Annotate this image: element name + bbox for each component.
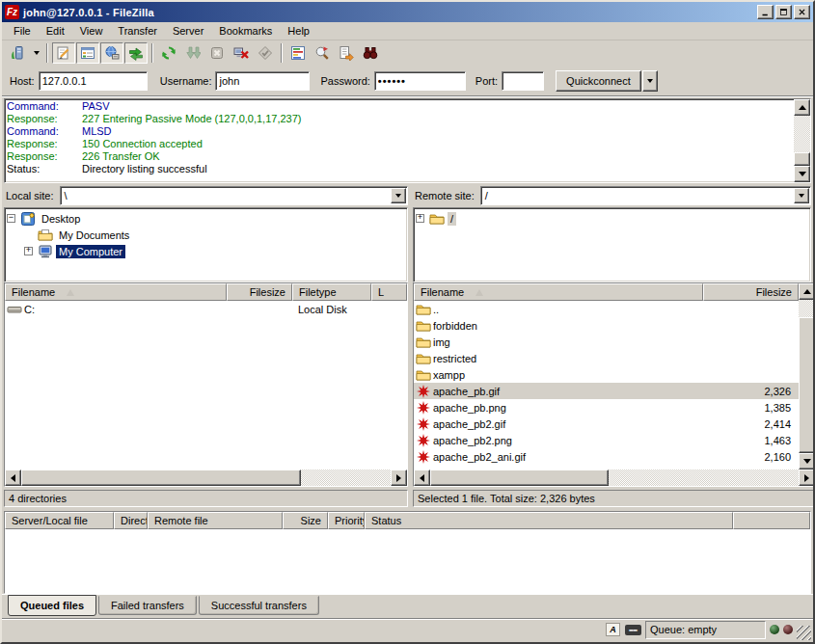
column-header-size[interactable]: Size — [283, 512, 328, 529]
close-button[interactable] — [794, 5, 810, 19]
toggle-transfer-queue-button[interactable] — [124, 42, 148, 64]
cancel-operation-button[interactable] — [205, 42, 229, 64]
host-input[interactable] — [39, 71, 148, 91]
maximize-button[interactable] — [775, 5, 792, 19]
folder-icon — [416, 335, 431, 350]
remote-file-row[interactable]: apache_pb2_ani.gif 2,160 — [414, 448, 799, 465]
file-search-button[interactable] — [359, 42, 382, 64]
remote-file-row[interactable]: forbidden — [414, 317, 799, 334]
column-header-filetype[interactable]: Filetype — [292, 283, 371, 301]
scroll-right-button[interactable] — [391, 470, 407, 486]
tree-item-my-computer[interactable]: My Computer — [7, 243, 407, 259]
column-header-direction[interactable]: Directi... — [114, 512, 148, 529]
scroll-right-button[interactable] — [799, 470, 815, 486]
scroll-down-button[interactable] — [799, 453, 815, 470]
toggle-message-log-button[interactable] — [52, 42, 75, 64]
remote-site-combo[interactable]: / — [480, 186, 811, 205]
local-site-combo[interactable]: \ — [60, 186, 408, 205]
remote-vertical-scrollbar[interactable] — [799, 283, 815, 470]
scroll-up-button[interactable] — [794, 99, 810, 116]
folder-icon — [416, 302, 431, 317]
synchronized-browsing-button[interactable] — [311, 42, 334, 64]
quickconnect-button[interactable]: Quickconnect — [556, 70, 641, 92]
remote-file-row[interactable]: xampp — [414, 366, 799, 383]
scroll-thumb[interactable] — [21, 470, 301, 486]
directory-filter-button[interactable] — [335, 42, 358, 64]
disconnect-button[interactable] — [230, 42, 253, 64]
username-input[interactable] — [215, 71, 310, 91]
column-header-status[interactable]: Status — [365, 512, 733, 529]
menu-edit[interactable]: Edit — [39, 23, 72, 39]
tab-successful-transfers[interactable]: Successful transfers — [199, 596, 319, 615]
remote-file-row[interactable]: .. — [414, 301, 799, 317]
local-file-list: Filename Filesize Filetype L C: Local Di… — [4, 282, 408, 487]
scroll-thumb[interactable] — [799, 317, 815, 453]
column-header-last-modified[interactable]: L — [371, 283, 407, 301]
site-manager-dropdown[interactable] — [30, 42, 42, 64]
menu-help[interactable]: Help — [280, 23, 317, 39]
expand-expander[interactable] — [416, 214, 424, 223]
toolbar — [2, 40, 813, 66]
column-header-filesize[interactable]: Filesize — [227, 283, 292, 301]
scroll-up-button[interactable] — [799, 283, 815, 300]
log-line: Response:150 Connection accepted — [7, 138, 794, 150]
remote-file-row-selected[interactable]: apache_pb.gif 2,326 — [414, 383, 799, 399]
combo-dropdown-button[interactable] — [794, 188, 809, 203]
tree-item-desktop[interactable]: Desktop — [7, 210, 407, 227]
scroll-left-button[interactable] — [5, 470, 21, 486]
queue-list-body[interactable] — [5, 529, 810, 593]
resize-grip[interactable] — [797, 626, 811, 640]
menu-view[interactable]: View — [72, 23, 111, 39]
remote-file-row[interactable]: apache_pb2.png 1,463 — [414, 432, 799, 448]
scroll-thumb[interactable] — [430, 470, 609, 486]
column-header-priority[interactable]: Priority — [328, 512, 365, 529]
username-label: Username: — [160, 75, 212, 87]
column-header-filename[interactable]: Filename — [5, 283, 227, 301]
transfer-type-indicator[interactable]: A — [605, 622, 621, 637]
column-header-server-local-file[interactable]: Server/Local file — [5, 512, 114, 529]
menu-file[interactable]: File — [6, 23, 39, 39]
refresh-button[interactable] — [157, 42, 180, 64]
menu-server[interactable]: Server — [165, 23, 211, 39]
toggle-remote-tree-button[interactable] — [100, 42, 123, 64]
log-scrollbar[interactable] — [794, 99, 810, 182]
menu-bookmarks[interactable]: Bookmarks — [211, 23, 280, 39]
tab-queued-files[interactable]: Queued files — [8, 595, 96, 616]
quickconnect-dropdown[interactable] — [642, 70, 658, 92]
combo-dropdown-button[interactable] — [391, 188, 406, 203]
remote-horizontal-scrollbar[interactable] — [414, 470, 815, 486]
toggle-local-tree-button[interactable] — [76, 42, 99, 64]
scroll-thumb[interactable] — [794, 152, 810, 166]
transfer-queue-panel: Server/Local file Directi... Remote file… — [4, 511, 811, 594]
column-header-filesize[interactable]: Filesize — [703, 283, 799, 301]
minimize-button[interactable] — [757, 5, 774, 19]
quickconnect-bar: Host: Username: Password: Port: Quickcon… — [2, 66, 813, 96]
collapse-expander[interactable] — [7, 214, 15, 223]
sort-ascending-icon — [67, 289, 74, 296]
site-manager-button[interactable] — [6, 42, 29, 64]
speedlimits-indicator[interactable]: ▬▬ — [625, 622, 641, 637]
scroll-left-button[interactable] — [414, 470, 430, 486]
menu-transfer[interactable]: Transfer — [110, 23, 165, 39]
remote-file-row[interactable]: apache_pb2.gif 2,414 — [414, 416, 799, 432]
tab-failed-transfers[interactable]: Failed transfers — [98, 596, 197, 615]
expand-expander[interactable] — [24, 247, 33, 255]
local-horizontal-scrollbar[interactable] — [5, 470, 407, 486]
titlebar[interactable]: Fz john@127.0.0.1 - FileZilla — [2, 2, 813, 22]
remote-file-pane: Filename Filesize .. forbidden — [413, 282, 815, 507]
verify-button[interactable] — [254, 42, 277, 64]
remote-file-row[interactable]: apache_pb.png 1,385 — [414, 399, 799, 416]
directory-comparison-button[interactable] — [286, 42, 310, 64]
remote-file-row[interactable]: img — [414, 334, 799, 350]
tree-item-my-documents[interactable]: My Documents — [7, 227, 407, 243]
tree-item-root[interactable]: / — [416, 210, 810, 227]
password-input[interactable] — [374, 71, 466, 91]
port-input[interactable] — [502, 71, 544, 91]
local-file-row[interactable]: C: Local Disk — [5, 301, 407, 317]
column-header-filename[interactable]: Filename — [414, 283, 703, 301]
process-queue-button[interactable] — [181, 42, 204, 64]
remote-file-row[interactable]: restricted — [414, 350, 799, 366]
scroll-down-button[interactable] — [794, 166, 810, 182]
column-header-remote-file[interactable]: Remote file — [148, 512, 283, 529]
remote-site-label: Remote site: — [413, 190, 480, 201]
